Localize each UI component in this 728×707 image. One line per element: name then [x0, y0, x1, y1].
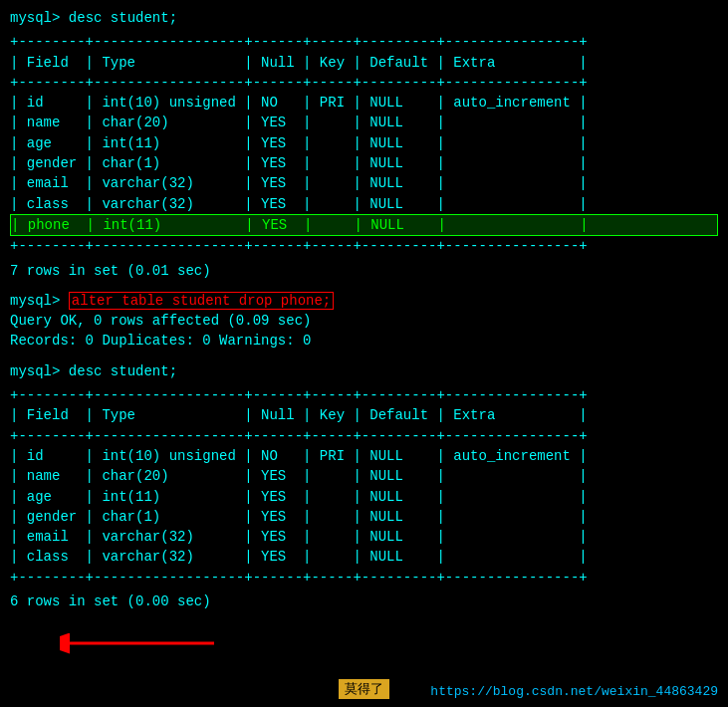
- table1-top-divider: +--------+------------------+------+----…: [10, 32, 718, 52]
- table2-row-name: | name | char(20) | YES | | NULL | |: [10, 466, 718, 486]
- table2-header: | Field | Type | Null | Key | Default | …: [10, 405, 718, 425]
- table1-row-gender: | gender | char(1) | YES | | NULL | |: [10, 153, 718, 173]
- prompt-2: mysql> alter table student drop phone;: [10, 291, 718, 311]
- table2-row-class: | class | varchar(32) | YES | | NULL | |: [10, 547, 718, 567]
- table1-row-name: | name | char(20) | YES | | NULL | |: [10, 113, 718, 132]
- table2-top-divider: +--------+------------------+------+----…: [10, 385, 718, 405]
- table2-row-gender: | gender | char(1) | YES | | NULL | |: [10, 507, 718, 527]
- section-2: mysql> alter table student drop phone; Q…: [10, 291, 718, 352]
- table2-row-age: | age | int(11) | YES | | NULL | |: [10, 487, 718, 507]
- table1-row-age: | age | int(11) | YES | | NULL | |: [10, 133, 718, 153]
- result-3: 6 rows in set (0.00 sec): [10, 591, 718, 611]
- alter-cmd: alter table student drop phone;: [69, 292, 334, 310]
- table-1: +--------+------------------+------+----…: [10, 32, 718, 256]
- terminal-window: mysql> desc student; +--------+---------…: [0, 0, 728, 623]
- arrow-indicator: [60, 623, 219, 663]
- prompt-3: mysql> desc student;: [10, 361, 718, 381]
- table1-row-phone: | phone | int(11) | YES | | NULL | |: [10, 214, 718, 236]
- result-1: 7 rows in set (0.01 sec): [10, 261, 718, 281]
- table-2: +--------+------------------+------+----…: [10, 385, 718, 588]
- table1-row-email: | email | varchar(32) | YES | | NULL | |: [10, 173, 718, 193]
- table1-bot-divider: +--------+------------------+------+----…: [10, 236, 718, 256]
- table2-row-email: | email | varchar(32) | YES | | NULL | |: [10, 527, 718, 547]
- table2-bot-divider: +--------+------------------+------+----…: [10, 568, 718, 588]
- prompt-1: mysql> desc student;: [10, 8, 718, 28]
- table2-mid-divider: +--------+------------------+------+----…: [10, 426, 718, 446]
- section-1: mysql> desc student; +--------+---------…: [10, 8, 718, 281]
- table1-mid-divider: +--------+------------------+------+----…: [10, 73, 718, 93]
- result-2-line1: Query OK, 0 rows affected (0.09 sec): [10, 311, 718, 331]
- section-3: mysql> desc student; +--------+---------…: [10, 361, 718, 612]
- watermark: https://blog.csdn.net/weixin_44863429: [430, 684, 718, 699]
- table2-row-id: | id | int(10) unsigned | NO | PRI | NUL…: [10, 446, 718, 466]
- result-2-line2: Records: 0 Duplicates: 0 Warnings: 0: [10, 331, 718, 351]
- table1-row-class: | class | varchar(32) | YES | | NULL | |: [10, 194, 718, 214]
- table1-row-id: | id | int(10) unsigned | NO | PRI | NUL…: [10, 93, 718, 113]
- table1-header: | Field | Type | Null | Key | Default | …: [10, 53, 718, 73]
- label-box: 莫得了: [339, 679, 389, 699]
